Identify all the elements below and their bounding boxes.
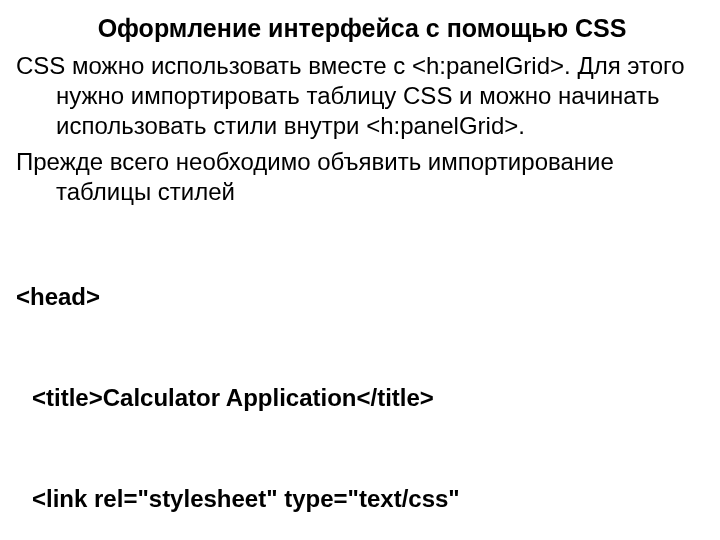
paragraph-intro: CSS можно использовать вместе с <h:panel… xyxy=(16,51,708,141)
code-line-title: <title>Calculator Application</title> xyxy=(16,381,708,415)
code-line-head-open: <head> xyxy=(16,280,708,314)
code-line-link-open: <link rel="stylesheet" type="text/css" xyxy=(16,482,708,516)
paragraph-declare: Прежде всего необходимо объявить импорти… xyxy=(16,147,708,207)
page-title: Оформление интерфейса с помощью CSS xyxy=(16,14,708,43)
code-block: <head> <title>Calculator Application</ti… xyxy=(16,213,708,540)
